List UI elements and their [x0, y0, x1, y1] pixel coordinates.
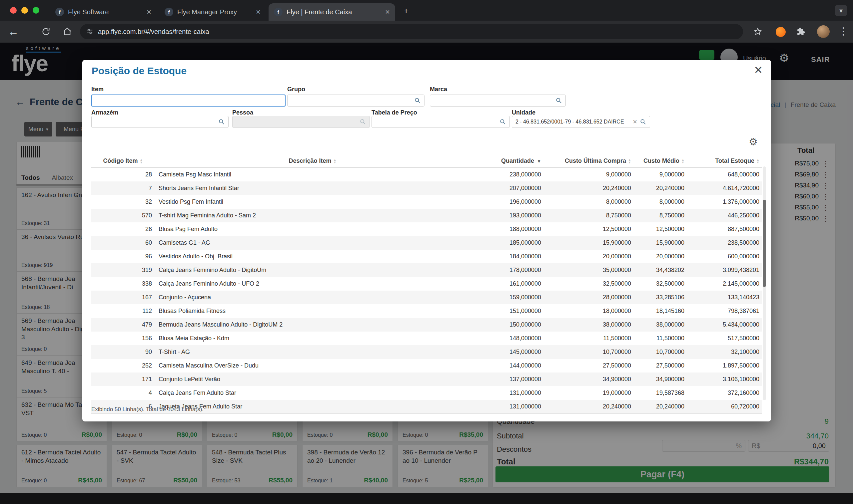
search-icon[interactable]	[555, 97, 562, 104]
tabela-preco-label: Tabela de Preço	[371, 109, 417, 116]
cell-codigo: 156	[91, 331, 155, 345]
stock-row[interactable]: 252 Camiseta Masculina OverSize - Dudu 1…	[91, 359, 762, 373]
cell-quantidade: 196,000000	[470, 195, 544, 209]
stock-row[interactable]: 338 Calça Jeans Feminino Adulto - UFO 2 …	[91, 277, 762, 291]
modal-title: Posição de Estoque	[92, 65, 187, 76]
cell-quantidade: 159,000000	[470, 291, 544, 304]
extensions-puzzle-icon[interactable]	[795, 25, 807, 38]
sort-icon: ▲▼	[333, 159, 336, 164]
cell-descricao: Camisetas G1 - AG	[155, 236, 470, 250]
marca-input[interactable]	[434, 97, 553, 104]
home-button[interactable]	[61, 25, 73, 38]
search-icon[interactable]	[218, 119, 225, 125]
item-input[interactable]	[95, 97, 281, 104]
col-header-custo-ultima[interactable]: Custo Última Compra▲▼	[544, 154, 634, 168]
refresh-button[interactable]	[40, 25, 52, 38]
col-header-total-estoque[interactable]: Total Estoque▲▼	[687, 154, 762, 168]
col-header-descricao[interactable]: Descrição Item▲▼	[155, 154, 470, 168]
cell-quantidade: 150,000000	[470, 318, 544, 331]
stock-row[interactable]: 479 Bermuda Jeans Masculino Adulto - Dig…	[91, 318, 762, 331]
stock-row[interactable]: 26 Blusa Psg Fem Adulto 188,000000 12,50…	[91, 222, 762, 236]
cell-descricao: Conjunto LePetit Verão	[155, 373, 470, 386]
cell-total-estoque: 798,387061	[687, 304, 762, 318]
stock-row[interactable]: 156 Blusa Meia Estação - Kdm 148,000000 …	[91, 331, 762, 345]
browser-tab-active[interactable]: Flye | Frente de Caixa ×	[268, 3, 395, 21]
pessoa-input[interactable]	[236, 118, 357, 126]
stock-row[interactable]: 90 T-Shirt - AG 145,000000 10,700000 10,…	[91, 345, 762, 359]
table-header-row: Código Item▲▼ Descrição Item▲▼ Quantidad…	[91, 154, 762, 168]
stock-row[interactable]: 96 Vestidos Adulto - Obj. Brasil 184,000…	[91, 250, 762, 263]
grupo-input[interactable]	[291, 97, 412, 104]
cell-total-estoque: 887,500000	[687, 222, 762, 236]
profile-avatar[interactable]	[817, 25, 830, 38]
cell-custo-medio: 34,438202	[634, 263, 687, 277]
stock-row[interactable]: 4 Calça Jeans Fem Adulto Star 131,000000…	[91, 386, 762, 400]
cell-codigo: 319	[91, 263, 155, 277]
stock-row[interactable]: 319 Calça Jeans Feminino Adulto - Digito…	[91, 263, 762, 277]
cell-codigo: 90	[91, 345, 155, 359]
cell-custo-medio: 15,900000	[634, 236, 687, 250]
browser-tab-1[interactable]: Flye Software ×	[50, 3, 157, 21]
window-maximize-button[interactable]	[33, 7, 39, 14]
cell-quantidade: 151,000000	[470, 304, 544, 318]
tab-close-icon[interactable]: ×	[256, 8, 261, 16]
grupo-field	[287, 94, 424, 107]
cell-custo-ultima: 8,000000	[544, 195, 634, 209]
address-bar[interactable]: app.flye.com.br/#/vendas/frente-caixa	[80, 24, 743, 39]
cell-custo-medio: 20,240000	[634, 181, 687, 195]
table-settings-gear-icon[interactable]: ⚙	[749, 136, 758, 147]
cell-total-estoque: 4.614,720000	[687, 181, 762, 195]
site-settings-icon[interactable]	[86, 28, 93, 35]
pessoa-field	[232, 116, 370, 128]
tab-close-icon[interactable]: ×	[146, 8, 151, 16]
search-icon[interactable]	[640, 119, 646, 125]
unidade-field: 2 - 46.831.652/0001-79 - 46.831.652 DAIR…	[512, 116, 650, 128]
close-icon[interactable]: ×	[754, 62, 762, 78]
extension-icon[interactable]	[776, 27, 786, 37]
cell-quantidade: 148,000000	[470, 331, 544, 345]
stock-row[interactable]: 167 Conjunto - Açucena 159,000000 28,000…	[91, 291, 762, 304]
stock-row[interactable]: 171 Conjunto LePetit Verão 137,000000 34…	[91, 373, 762, 386]
cell-codigo: 7	[91, 181, 155, 195]
cell-custo-medio: 18,145160	[634, 304, 687, 318]
tabela-preco-input[interactable]	[375, 118, 497, 126]
stock-row[interactable]: 32 Vestido Psg Fem Infantil 196,000000 8…	[91, 195, 762, 209]
cell-total-estoque: 133,140423	[687, 291, 762, 304]
col-header-custo-medio[interactable]: Custo Médio▲▼	[634, 154, 687, 168]
table-scrollbar[interactable]	[763, 166, 766, 400]
window-close-button[interactable]	[10, 7, 17, 14]
cell-custo-ultima: 20,240000	[544, 400, 634, 414]
stock-row[interactable]: 7 Shorts Jeans Fem Infantil Star 207,000…	[91, 181, 762, 195]
bookmark-star-icon[interactable]	[752, 25, 764, 38]
new-tab-button[interactable]: +	[401, 5, 412, 17]
browser-menu-icon[interactable]: ⋮	[838, 25, 848, 37]
cell-quantidade: 137,000000	[470, 373, 544, 386]
search-icon[interactable]	[414, 97, 421, 104]
col-header-codigo[interactable]: Código Item▲▼	[91, 154, 155, 168]
window-minimize-button[interactable]	[21, 7, 28, 14]
table-scrollbar-thumb[interactable]	[763, 200, 766, 287]
tab-close-icon[interactable]: ×	[385, 8, 390, 16]
armazem-input[interactable]	[95, 118, 215, 126]
search-icon[interactable]	[500, 119, 506, 125]
clear-icon[interactable]: ×	[633, 119, 637, 125]
cell-codigo: 479	[91, 318, 155, 331]
cell-codigo: 338	[91, 277, 155, 291]
cell-descricao: Vestidos Adulto - Obj. Brasil	[155, 250, 470, 263]
col-header-quantidade[interactable]: Quantidade▼	[470, 154, 544, 168]
cell-custo-ultima: 12,500000	[544, 222, 634, 236]
sort-icon: ▲▼	[628, 159, 631, 164]
cell-descricao: Calça Jeans Fem Adulto Star	[155, 386, 470, 400]
cell-total-estoque: 372,160000	[687, 386, 762, 400]
stock-row[interactable]: 60 Camisetas G1 - AG 185,000000 15,90000…	[91, 236, 762, 250]
cell-custo-medio: 34,900000	[634, 373, 687, 386]
back-button[interactable]: ←	[7, 25, 19, 38]
cell-descricao: Shorts Jeans Fem Infantil Star	[155, 181, 470, 195]
browser-tab-2[interactable]: Flye Manager Proxy ×	[159, 3, 266, 21]
tab-search-button[interactable]: ▾	[835, 5, 847, 16]
stock-row[interactable]: 570 T-shirt Mag Feminina Adulto - Sam 2 …	[91, 209, 762, 222]
cell-quantidade: 185,000000	[470, 236, 544, 250]
stock-row[interactable]: 28 Camiseta Psg Masc Infantil 238,000000…	[91, 168, 762, 182]
tabela-preco-field	[371, 116, 510, 128]
stock-row[interactable]: 112 Blusas Poliamida Fitness 151,000000 …	[91, 304, 762, 318]
